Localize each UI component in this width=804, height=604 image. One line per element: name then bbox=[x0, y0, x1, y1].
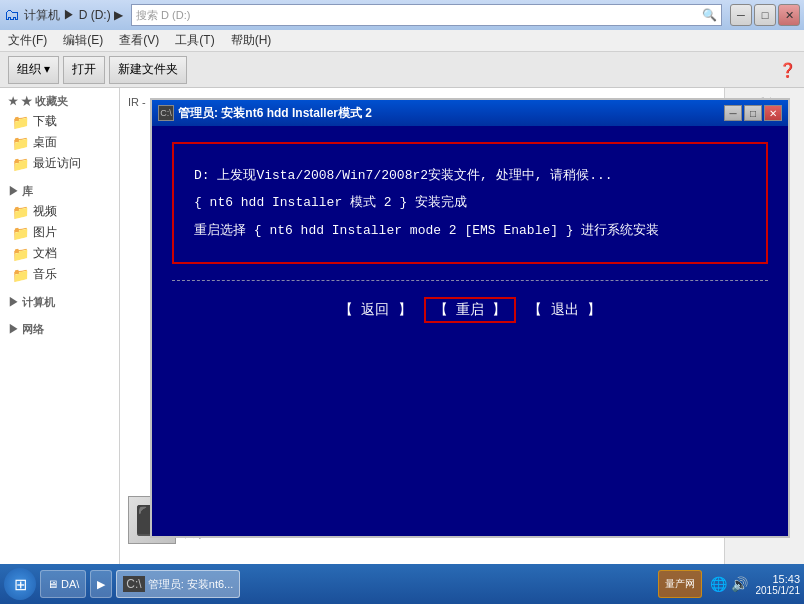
cmd-window-controls: ─ □ ✕ bbox=[724, 105, 782, 121]
taskbar-right: 量产网 🌐 🔊 15:43 2015/1/21 bbox=[658, 570, 801, 598]
new-folder-button[interactable]: 新建文件夹 bbox=[109, 56, 187, 84]
clock-date: 2015/1/21 bbox=[756, 585, 801, 596]
taskbar-brand[interactable]: 量产网 bbox=[658, 570, 702, 598]
cmd-line-2: { nt6 hdd Installer 模式 2 } 安装完成 bbox=[194, 191, 746, 214]
folder-icon: 📁 bbox=[12, 246, 29, 262]
menu-view[interactable]: 查看(V) bbox=[115, 30, 163, 51]
sidebar-item-music[interactable]: 📁 音乐 bbox=[4, 264, 115, 285]
explorer-minimize-button[interactable]: ─ bbox=[730, 4, 752, 26]
status-text: IR - bbox=[128, 96, 146, 108]
menu-bar: 文件(F) 编辑(E) 查看(V) 工具(T) 帮助(H) bbox=[0, 30, 804, 52]
taskbar-cmd-icon: C:\ bbox=[123, 576, 144, 592]
search-box[interactable]: 搜索 D (D:) 🔍 bbox=[131, 4, 722, 26]
search-placeholder: 搜索 D (D:) bbox=[136, 8, 190, 23]
taskbar-da-icon: 🖥 bbox=[47, 578, 58, 590]
taskbar-item-cmd[interactable]: C:\ 管理员: 安装nt6... bbox=[116, 570, 240, 598]
organize-button[interactable]: 组织 ▾ bbox=[8, 56, 59, 84]
main-content: ★ ★ 收藏夹 📁 下载 📁 桌面 📁 最近访问 ▶ 库 bbox=[0, 88, 804, 604]
taskbar-item-da[interactable]: 🖥 DA\ bbox=[40, 570, 86, 598]
title-bar: 🗂 计算机 ▶ D (D:) ▶ 搜索 D (D:) 🔍 ─ □ ✕ bbox=[0, 0, 804, 30]
menu-edit[interactable]: 编辑(E) bbox=[59, 30, 107, 51]
menu-tools[interactable]: 工具(T) bbox=[171, 30, 218, 51]
brand-text: 量产网 bbox=[665, 577, 695, 591]
cmd-window: C:\ 管理员: 安装nt6 hdd Installer模式 2 ─ □ ✕ D… bbox=[150, 98, 790, 538]
address-bar-title: 计算机 ▶ D (D:) ▶ 搜索 D (D:) 🔍 bbox=[24, 1, 726, 29]
cmd-line-1: D: 上发现Vista/2008/Win7/2008r2安装文件, 处理中, 请… bbox=[194, 164, 746, 187]
star-icon: ★ bbox=[8, 95, 18, 108]
sidebar-network-header[interactable]: ▶ 网络 bbox=[4, 320, 115, 339]
taskbar-tray: 🌐 🔊 bbox=[710, 576, 748, 592]
search-icon[interactable]: 🔍 bbox=[702, 8, 717, 22]
cmd-info-box: D: 上发现Vista/2008/Win7/2008r2安装文件, 处理中, 请… bbox=[172, 142, 768, 264]
cmd-line-3: 重启选择 { nt6 hdd Installer mode 2 [EMS Ena… bbox=[194, 219, 746, 242]
cmd-close-button[interactable]: ✕ bbox=[764, 105, 782, 121]
cmd-exit-button[interactable]: 【 退出 】 bbox=[524, 297, 605, 323]
sidebar-item-downloads[interactable]: 📁 下载 bbox=[4, 111, 115, 132]
folder-icon: 📁 bbox=[12, 135, 29, 151]
cmd-title-text: 管理员: 安装nt6 hdd Installer模式 2 bbox=[178, 105, 720, 122]
sidebar-item-recent[interactable]: 📁 最近访问 bbox=[4, 153, 115, 174]
file-area: IR - C:\ 管理员: 安装nt6 hdd Installer模式 2 ─ … bbox=[120, 88, 724, 604]
sidebar-item-pictures[interactable]: 📁 图片 bbox=[4, 222, 115, 243]
sidebar-item-video[interactable]: 📁 视频 bbox=[4, 201, 115, 222]
windows-icon: ⊞ bbox=[14, 575, 27, 594]
toolbar: 组织 ▾ 打开 新建文件夹 ❓ bbox=[0, 52, 804, 88]
cmd-icon: C:\ bbox=[158, 105, 174, 121]
taskbar-item-play[interactable]: ▶ bbox=[90, 570, 112, 598]
sidebar-favorites-header[interactable]: ★ ★ 收藏夹 bbox=[4, 92, 115, 111]
sidebar-computer: ▶ 计算机 bbox=[4, 293, 115, 312]
cmd-content: D: 上发现Vista/2008/Win7/2008r2安装文件, 处理中, 请… bbox=[152, 126, 788, 536]
sidebar-computer-header[interactable]: ▶ 计算机 bbox=[4, 293, 115, 312]
explorer-window-controls: ─ □ ✕ bbox=[730, 4, 800, 26]
explorer-maximize-button[interactable]: □ bbox=[754, 4, 776, 26]
address-text: 计算机 ▶ D (D:) ▶ bbox=[24, 7, 123, 24]
folder-icon: 📁 bbox=[12, 267, 29, 283]
menu-help[interactable]: 帮助(H) bbox=[227, 30, 276, 51]
cmd-restart-button[interactable]: 【 重启 】 bbox=[424, 297, 517, 323]
system-clock[interactable]: 15:43 2015/1/21 bbox=[756, 573, 801, 596]
cmd-buttons-row: 【 返回 】 【 重启 】 【 退出 】 bbox=[172, 297, 768, 323]
taskbar-play-icon: ▶ bbox=[97, 578, 105, 591]
cmd-title-bar: C:\ 管理员: 安装nt6 hdd Installer模式 2 ─ □ ✕ bbox=[152, 100, 788, 126]
open-button[interactable]: 打开 bbox=[63, 56, 105, 84]
folder-icon: 📁 bbox=[12, 225, 29, 241]
window-icon: 🗂 bbox=[4, 6, 20, 24]
folder-icon: 📁 bbox=[12, 156, 29, 172]
taskbar: ⊞ 🖥 DA\ ▶ C:\ 管理员: 安装nt6... 量产网 🌐 🔊 15:4… bbox=[0, 564, 804, 604]
start-button[interactable]: ⊞ bbox=[4, 568, 36, 600]
sidebar-library: ▶ 库 📁 视频 📁 图片 📁 文档 📁 音乐 bbox=[4, 182, 115, 285]
cmd-minimize-button[interactable]: ─ bbox=[724, 105, 742, 121]
sidebar-library-header[interactable]: ▶ 库 bbox=[4, 182, 115, 201]
sidebar: ★ ★ 收藏夹 📁 下载 📁 桌面 📁 最近访问 ▶ 库 bbox=[0, 88, 120, 604]
tray-network-icon[interactable]: 🌐 bbox=[710, 576, 727, 592]
cmd-back-button[interactable]: 【 返回 】 bbox=[335, 297, 416, 323]
explorer-window: 🗂 计算机 ▶ D (D:) ▶ 搜索 D (D:) 🔍 ─ □ ✕ 文件(F)… bbox=[0, 0, 804, 604]
menu-file[interactable]: 文件(F) bbox=[4, 30, 51, 51]
sidebar-item-desktop[interactable]: 📁 桌面 bbox=[4, 132, 115, 153]
cmd-maximize-button[interactable]: □ bbox=[744, 105, 762, 121]
sidebar-favorites: ★ ★ 收藏夹 📁 下载 📁 桌面 📁 最近访问 bbox=[4, 92, 115, 174]
help-icon[interactable]: ❓ bbox=[779, 62, 796, 78]
explorer-close-button[interactable]: ✕ bbox=[778, 4, 800, 26]
clock-time: 15:43 bbox=[756, 573, 801, 585]
separator-line bbox=[172, 280, 768, 281]
folder-icon: 📁 bbox=[12, 114, 29, 130]
tray-speaker-icon[interactable]: 🔊 bbox=[731, 576, 748, 592]
folder-icon: 📁 bbox=[12, 204, 29, 220]
sidebar-network: ▶ 网络 bbox=[4, 320, 115, 339]
title-bar-left: 🗂 计算机 ▶ D (D:) ▶ 搜索 D (D:) 🔍 bbox=[4, 1, 726, 29]
sidebar-item-documents[interactable]: 📁 文档 bbox=[4, 243, 115, 264]
